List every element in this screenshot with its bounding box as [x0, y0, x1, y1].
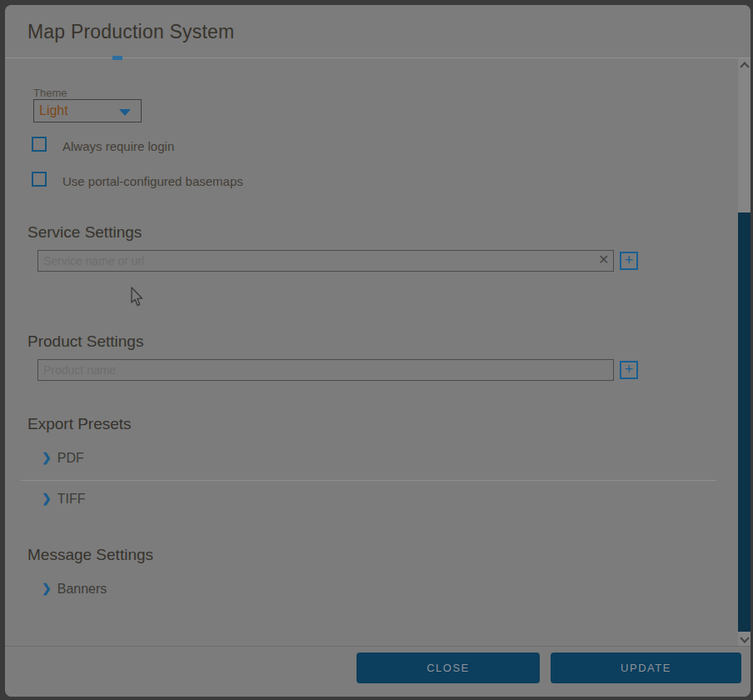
vertical-scrollbar[interactable] [738, 58, 751, 646]
portal-basemaps-label: Use portal-configured basemaps [62, 174, 243, 188]
preset-divider [21, 480, 716, 481]
clipped-scrolled-content [112, 56, 122, 60]
settings-scroll-area: Theme Light Always require login Use por… [5, 58, 751, 646]
banners-label: Banners [57, 582, 107, 596]
always-require-login-label: Always require login [62, 139, 174, 153]
scroll-down-arrow-icon [740, 633, 749, 642]
export-preset-tiff-row[interactable]: ❯TIFF [42, 492, 86, 507]
map-production-system-dialog: Map Production System Theme Light Always… [5, 5, 751, 697]
close-button[interactable]: CLOSE [357, 652, 540, 683]
product-name-input[interactable] [37, 359, 614, 381]
service-name-input[interactable] [37, 250, 614, 272]
scroll-down-button[interactable] [738, 632, 751, 646]
scrollbar-thumb[interactable] [738, 212, 751, 632]
tiff-label: TIFF [57, 492, 86, 506]
scroll-up-button[interactable] [738, 58, 751, 72]
scroll-up-arrow-icon [740, 62, 749, 71]
message-settings-heading: Message Settings [27, 546, 153, 564]
caret-down-icon [119, 109, 131, 116]
plus-icon: + [621, 252, 636, 268]
export-presets-heading: Export Presets [27, 415, 132, 433]
add-service-button[interactable]: + [620, 252, 638, 270]
theme-select[interactable]: Light [33, 99, 142, 122]
service-settings-heading: Service Settings [27, 223, 142, 242]
dialog-title: Map Production System [27, 21, 234, 43]
theme-select-value: Light [39, 103, 68, 118]
export-preset-pdf-row[interactable]: ❯PDF [42, 451, 84, 466]
add-product-button[interactable]: + [620, 361, 638, 379]
mouse-cursor-icon [130, 287, 144, 308]
dialog-header: Map Production System [5, 5, 751, 58]
dialog-footer: CLOSE UPDATE [5, 647, 751, 697]
chevron-right-icon: ❯ [42, 451, 52, 464]
clear-icon[interactable]: ✕ [598, 253, 609, 267]
theme-label: Theme [33, 87, 67, 99]
portal-basemaps-checkbox[interactable] [32, 172, 47, 187]
pdf-label: PDF [57, 451, 84, 465]
always-require-login-checkbox[interactable] [32, 137, 47, 152]
chevron-right-icon: ❯ [42, 582, 52, 595]
plus-icon: + [621, 362, 636, 377]
chevron-right-icon: ❯ [42, 492, 52, 505]
update-button[interactable]: UPDATE [551, 652, 741, 683]
product-settings-heading: Product Settings [27, 332, 143, 351]
banners-row[interactable]: ❯Banners [42, 582, 107, 597]
